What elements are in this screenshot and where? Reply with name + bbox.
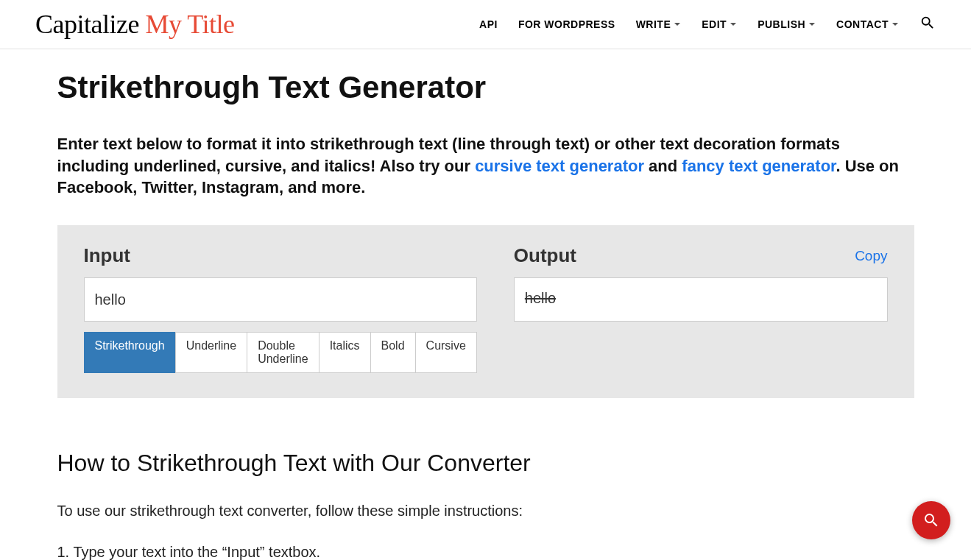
tab-cursive[interactable]: Cursive: [415, 332, 477, 373]
output-header: Output Copy: [514, 244, 888, 267]
nav-edit[interactable]: EDIT: [702, 18, 737, 30]
site-header: Capitalize My Title API FOR WORDPRESS WR…: [0, 0, 971, 49]
main-nav: API FOR WORDPRESS WRITE EDIT PUBLISH CON…: [479, 15, 936, 34]
output-field[interactable]: hello: [514, 277, 888, 322]
output-column: Output Copy hello: [514, 244, 888, 373]
copy-button[interactable]: Copy: [855, 248, 887, 264]
page-title: Strikethrough Text Generator: [57, 70, 914, 105]
nav-edit-label: EDIT: [702, 18, 727, 30]
input-header: Input: [84, 244, 477, 267]
input-column: Input Strikethrough Underline Double Und…: [84, 244, 477, 373]
logo-part-2: My Title: [145, 10, 234, 39]
nav-api-label: API: [479, 18, 498, 30]
chevron-down-icon: [674, 21, 681, 28]
howto-intro: To use our strikethrough text converter,…: [57, 499, 573, 522]
nav-contact[interactable]: CONTACT: [836, 18, 899, 30]
intro-paragraph: Enter text below to format it into strik…: [57, 133, 914, 199]
chevron-down-icon: [891, 21, 899, 28]
tab-underline[interactable]: Underline: [175, 332, 247, 373]
nav-api[interactable]: API: [479, 18, 498, 30]
nav-publish-label: PUBLISH: [758, 18, 805, 30]
nav-publish[interactable]: PUBLISH: [758, 18, 816, 30]
input-field[interactable]: [84, 277, 477, 322]
nav-wordpress-label: FOR WORDPRESS: [518, 18, 615, 30]
nav-wordpress[interactable]: FOR WORDPRESS: [518, 18, 615, 30]
chevron-down-icon: [808, 21, 816, 28]
tool-box: Input Strikethrough Underline Double Und…: [57, 225, 914, 398]
search-icon: [922, 511, 940, 529]
chevron-down-icon: [730, 21, 737, 28]
output-label: Output: [514, 244, 576, 267]
tab-strikethrough[interactable]: Strikethrough: [84, 332, 176, 373]
howto-step-1: 1. Type your text into the “Input” textb…: [57, 540, 914, 560]
fab-search-button[interactable]: [912, 501, 950, 539]
nav-write[interactable]: WRITE: [636, 18, 682, 30]
tab-bold[interactable]: Bold: [370, 332, 416, 373]
site-logo[interactable]: Capitalize My Title: [35, 9, 235, 40]
logo-part-1: Capitalize: [35, 10, 145, 39]
howto-title: How to Strikethrough Text with Our Conve…: [57, 450, 914, 477]
search-icon: [919, 15, 936, 31]
tab-italics[interactable]: Italics: [319, 332, 371, 373]
intro-text-2: and: [644, 157, 682, 175]
nav-write-label: WRITE: [636, 18, 671, 30]
format-tabs: Strikethrough Underline Double Underline…: [84, 332, 477, 373]
link-fancy-generator[interactable]: fancy text generator: [682, 157, 836, 175]
nav-contact-label: CONTACT: [836, 18, 889, 30]
input-label: Input: [84, 244, 131, 267]
main-content: Strikethrough Text Generator Enter text …: [22, 49, 950, 560]
tab-double-underline[interactable]: Double Underline: [247, 332, 319, 373]
search-button[interactable]: [919, 15, 936, 34]
link-cursive-generator[interactable]: cursive text generator: [475, 157, 644, 175]
